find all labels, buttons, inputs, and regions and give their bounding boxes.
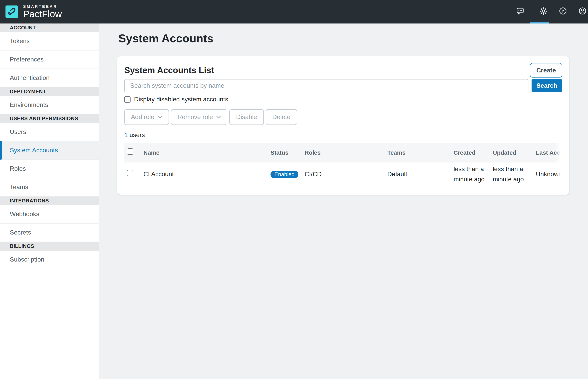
action-label: Delete <box>272 113 290 121</box>
chevron-down-icon <box>217 116 221 118</box>
sidebar-section-account: ACCOUNT <box>0 23 99 32</box>
system-accounts-panel: System Accounts List Create Search Displ… <box>117 56 569 195</box>
notifications-nav-button[interactable] <box>510 0 530 23</box>
cell-roles: CI/CD <box>301 162 384 186</box>
sidebar-item-users[interactable]: Users <box>0 123 99 141</box>
brand-text: SMARTBEAR PactFlow <box>23 4 62 19</box>
column-header-last-accessed: Last Accessed <box>532 143 562 162</box>
pactflow-logo-icon <box>5 5 18 18</box>
display-disabled-checkbox[interactable] <box>124 96 131 103</box>
gear-icon <box>539 7 547 17</box>
app: SMARTBEAR PactFlow ? ACCOUNTTokensPrefer… <box>0 0 588 379</box>
cell-created: less than a minute ago <box>450 162 489 186</box>
column-header-created: Created <box>450 143 489 162</box>
comment-icon <box>516 7 524 16</box>
display-disabled-label: Display disabled system accounts <box>134 96 228 103</box>
user-count: 1 users <box>124 132 562 139</box>
sidebar-item-preferences[interactable]: Preferences <box>0 50 99 69</box>
column-header-teams: Teams <box>384 143 450 162</box>
column-header-updated: Updated <box>489 143 532 162</box>
cell-last-accessed: Unknown <box>532 162 562 186</box>
sidebar-section-integrations: INTEGRATIONS <box>0 197 99 205</box>
create-button[interactable]: Create <box>530 63 562 78</box>
action-label: Disable <box>236 113 257 121</box>
bulk-actions: Add roleRemove roleDisableDelete <box>124 109 562 125</box>
brand[interactable]: SMARTBEAR PactFlow <box>5 4 62 19</box>
sidebar-item-system-accounts[interactable]: System Accounts <box>0 141 99 160</box>
cell-status: Enabled <box>267 162 301 186</box>
svg-text:?: ? <box>562 9 564 13</box>
sidebar-item-secrets[interactable]: Secrets <box>0 223 99 242</box>
panel-heading: System Accounts List <box>124 66 214 75</box>
search-input[interactable] <box>124 79 528 92</box>
help-nav-button[interactable]: ? <box>553 0 573 23</box>
remove-role-button[interactable]: Remove role <box>171 109 227 125</box>
chevron-down-icon <box>158 116 162 118</box>
sidebar-item-subscription[interactable]: Subscription <box>0 251 99 269</box>
action-label: Remove role <box>177 113 213 121</box>
top-header: SMARTBEAR PactFlow ? <box>0 0 588 23</box>
status-badge: Enabled <box>270 171 299 178</box>
sidebar-item-webhooks[interactable]: Webhooks <box>0 205 99 223</box>
help-icon: ? <box>559 7 567 16</box>
add-role-button[interactable]: Add role <box>124 109 169 125</box>
table-row: CI AccountEnabledCI/CDDefaultless than a… <box>124 162 562 186</box>
sidebar-section-users-and-permissions: USERS AND PERMISSIONS <box>0 114 99 123</box>
user-icon <box>579 7 587 16</box>
display-disabled-toggle[interactable]: Display disabled system accounts <box>124 96 228 103</box>
sidebar-section-billings: BILLINGS <box>0 242 99 251</box>
column-header-name: Name <box>140 143 267 162</box>
sidebar-item-authentication[interactable]: Authentication <box>0 69 99 87</box>
sidebar-item-roles[interactable]: Roles <box>0 160 99 178</box>
accounts-table-wrap: NameStatusRolesTeamsCreatedUpdatedLast A… <box>124 143 562 186</box>
cell-name: CI Account <box>140 162 267 186</box>
sidebar-item-environments[interactable]: Environments <box>0 96 99 114</box>
panel-header: System Accounts List Create <box>124 56 562 74</box>
cell-updated: less than a minute ago <box>489 162 532 186</box>
column-header-status: Status <box>267 143 301 162</box>
search-row: Search <box>124 79 562 92</box>
action-label: Add role <box>131 113 154 121</box>
table-header-row: NameStatusRolesTeamsCreatedUpdatedLast A… <box>124 143 562 162</box>
main-content: System Accounts System Accounts List Cre… <box>99 23 588 379</box>
brand-product: PactFlow <box>23 9 62 19</box>
sidebar: ACCOUNTTokensPreferencesAuthenticationDE… <box>0 23 99 379</box>
accounts-table: NameStatusRolesTeamsCreatedUpdatedLast A… <box>124 143 562 186</box>
row-checkbox[interactable] <box>127 170 133 176</box>
settings-nav-button[interactable] <box>534 0 553 23</box>
sidebar-item-teams[interactable]: Teams <box>0 178 99 197</box>
sidebar-section-deployment: DEPLOYMENT <box>0 87 99 96</box>
disable-button[interactable]: Disable <box>230 109 264 125</box>
brand-company: SMARTBEAR <box>23 4 62 9</box>
active-nav-underline <box>530 22 549 23</box>
delete-button[interactable]: Delete <box>266 109 297 125</box>
sidebar-item-tokens[interactable]: Tokens <box>0 32 99 50</box>
account-nav-button[interactable] <box>573 0 588 23</box>
search-button[interactable]: Search <box>532 79 562 92</box>
cell-teams: Default <box>384 162 450 186</box>
select-all-checkbox[interactable] <box>127 149 133 155</box>
page-title: System Accounts <box>118 31 569 46</box>
column-header-roles: Roles <box>301 143 384 162</box>
